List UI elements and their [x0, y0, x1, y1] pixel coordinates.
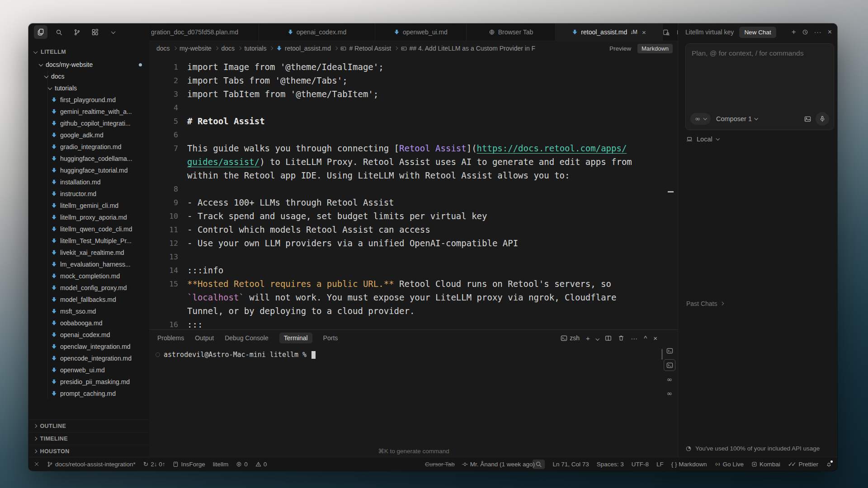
folder-tree-item[interactable]: docs: [28, 70, 149, 82]
sidebar-section-outline[interactable]: OUTLINE: [28, 419, 149, 432]
new-chat-plus-button[interactable]: +: [792, 28, 796, 37]
model-selector[interactable]: Composer 1: [716, 115, 757, 122]
sidebar-section-timeline[interactable]: TIMELINE: [28, 432, 149, 445]
editor-tab[interactable]: gration_doc_d075fd58.plan.md: [149, 23, 259, 41]
editor-tab[interactable]: retool_assist.md↓M×: [556, 23, 663, 41]
close-tab-icon[interactable]: ×: [642, 28, 646, 36]
file-tree-item[interactable]: opencode_integration.md: [28, 352, 149, 364]
file-tree-item[interactable]: lm_evaluation_harness...: [28, 258, 149, 270]
breadcrumb-item[interactable]: ## 4. Add LiteLLM as a Custom Provider i…: [401, 45, 536, 52]
breadcrumb-item[interactable]: my-website: [179, 45, 212, 52]
file-tree-item[interactable]: mock_completion.md: [28, 270, 149, 282]
shell-selector[interactable]: zsh: [561, 334, 580, 342]
breadcrumb-item[interactable]: # Retool Assist: [340, 45, 391, 52]
chat-tab-label[interactable]: Litellm virtual key: [685, 28, 734, 36]
terminal-scrollbar[interactable]: [661, 349, 663, 360]
status-cursor-position[interactable]: Ln 71, Col 73: [552, 461, 589, 468]
editor-tab[interactable]: openai_codex.md: [259, 23, 375, 41]
voice-input-button[interactable]: [816, 112, 829, 126]
status-language-mode[interactable]: { } Markdown: [671, 461, 707, 468]
file-tree-item[interactable]: instructor.md: [28, 188, 149, 200]
new-chat-tab[interactable]: New Chat: [739, 27, 776, 38]
activity-extensions-button[interactable]: [88, 25, 102, 39]
open-preview-icon[interactable]: [663, 29, 670, 36]
close-panel-icon[interactable]: ×: [653, 334, 657, 342]
status-indentation[interactable]: Spaces: 3: [597, 461, 624, 468]
attach-image-icon[interactable]: [804, 116, 811, 122]
context-selector[interactable]: Local: [686, 136, 719, 143]
status-kombai[interactable]: Kombai: [751, 461, 780, 468]
editor-tab[interactable]: Browser Tab: [467, 23, 556, 41]
status-warnings[interactable]: 0: [255, 461, 267, 468]
status-cursor-tab[interactable]: Cursor Tab: [425, 461, 455, 468]
status-project[interactable]: litellm: [213, 461, 229, 468]
file-tree-item[interactable]: provider_specific_para...: [28, 399, 149, 402]
file-tree-item[interactable]: model_config_proxy.md: [28, 282, 149, 294]
file-tree-item[interactable]: openai_codex.md: [28, 329, 149, 341]
folder-tree-item[interactable]: docs/my-website: [28, 59, 149, 70]
file-tree-item[interactable]: gradio_integration.md: [28, 141, 149, 153]
status-errors[interactable]: 0: [236, 461, 248, 468]
code-editor[interactable]: 1import Image from '@theme/IdealImage';2…: [149, 55, 678, 330]
new-terminal-button[interactable]: +: [586, 334, 590, 342]
file-tree-item[interactable]: gemini_realtime_with_a...: [28, 106, 149, 117]
terminal-session-infinity[interactable]: ∞: [664, 374, 675, 385]
file-tree-item[interactable]: openweb_ui.md: [28, 364, 149, 376]
file-tree-item[interactable]: huggingface_codellama...: [28, 153, 149, 164]
close-panel-icon[interactable]: ×: [828, 28, 832, 36]
breadcrumb-item[interactable]: tutorials: [244, 45, 266, 52]
panel-tab-output[interactable]: Output: [195, 334, 214, 342]
file-tree-item[interactable]: msft_sso.md: [28, 305, 149, 317]
activity-search-button[interactable]: [52, 25, 66, 39]
history-icon[interactable]: [802, 29, 808, 35]
activity-files-button[interactable]: [34, 25, 47, 39]
sidebar-section-houston[interactable]: HOUSTON: [28, 445, 149, 457]
status-eol[interactable]: LF: [656, 461, 664, 468]
file-tree-item[interactable]: prompt_caching.md: [28, 388, 149, 399]
status-blame[interactable]: Mr. Ånand (1 week ago): [462, 461, 535, 468]
file-tree-item[interactable]: litellm_Test_Multiple_Pr...: [28, 235, 149, 247]
status-go-live[interactable]: Go Live: [715, 461, 744, 468]
activity-source-control-button[interactable]: [70, 25, 84, 39]
markdown-mode-badge[interactable]: Markdown: [637, 44, 673, 53]
status-encoding[interactable]: UTF-8: [632, 461, 649, 468]
preview-toggle[interactable]: Preview: [609, 45, 631, 52]
panel-tab-problems[interactable]: Problems: [157, 334, 184, 342]
activity-chevron-down-button[interactable]: [106, 25, 120, 39]
file-tree-item[interactable]: google_adk.md: [28, 129, 149, 141]
file-tree-item[interactable]: first_playground.md: [28, 94, 149, 106]
panel-tab-ports[interactable]: Ports: [323, 334, 338, 342]
file-tree-item[interactable]: huggingface_tutorial.md: [28, 164, 149, 176]
status-insforge[interactable]: InsForge: [173, 461, 205, 468]
status-sync[interactable]: ↻2↓ 0↑: [143, 460, 165, 468]
breadcrumb-item[interactable]: docs: [221, 45, 235, 52]
status-remote[interactable]: [34, 461, 39, 467]
maximize-panel-icon[interactable]: ^: [644, 334, 647, 342]
panel-tab-terminal[interactable]: Terminal: [279, 333, 312, 343]
kill-terminal-icon[interactable]: [618, 335, 624, 341]
status-prettier[interactable]: ✓✓Prettier: [788, 460, 818, 468]
scrollbar-marker[interactable]: [668, 191, 674, 192]
status-branch[interactable]: docs/retool-assist-integration*: [47, 461, 136, 468]
terminal-session-terminal[interactable]: [664, 345, 675, 356]
chat-composer[interactable]: Plan, @ for context, / for commands ∞ Co…: [685, 43, 834, 130]
file-tree-item[interactable]: litellm_qwen_code_cli.md: [28, 223, 149, 235]
more-actions-icon[interactable]: ···: [631, 334, 637, 342]
terminal-prompt-line[interactable]: astrodevil@Astro-Mac-mini litellm %: [156, 351, 316, 359]
breadcrumb-item[interactable]: retool_assist.md: [276, 45, 331, 52]
past-chats[interactable]: Past Chats: [686, 300, 723, 307]
file-tree-item[interactable]: openclaw_integration.md: [28, 341, 149, 352]
file-tree-item[interactable]: presidio_pii_masking.md: [28, 376, 149, 388]
terminal-session-terminal[interactable]: [664, 359, 675, 371]
panel-tab-debug-console[interactable]: Debug Console: [225, 334, 269, 342]
file-tree-item[interactable]: github_copilot_integrati...: [28, 117, 149, 129]
sidebar-root-folder[interactable]: LITELLM: [28, 46, 149, 58]
editor-tab[interactable]: openweb_ui.md: [375, 23, 467, 41]
file-tree-item[interactable]: oobabooga.md: [28, 317, 149, 329]
agent-mode-selector[interactable]: ∞: [690, 113, 711, 125]
status-notifications[interactable]: [826, 461, 832, 467]
file-tree-item[interactable]: model_fallbacks.md: [28, 294, 149, 305]
more-actions-icon[interactable]: ···: [814, 28, 822, 36]
folder-tree-item[interactable]: tutorials: [28, 82, 149, 94]
terminal-session-infinity[interactable]: ∞: [664, 388, 675, 399]
